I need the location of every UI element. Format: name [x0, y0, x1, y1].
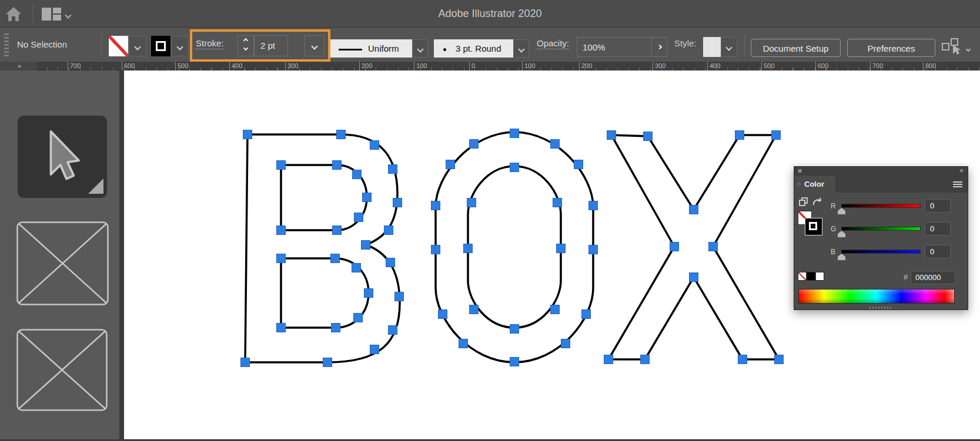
collapse-icon[interactable]: «: [959, 166, 964, 175]
anchor-point[interactable]: [510, 163, 519, 172]
anchor-point[interactable]: [561, 339, 570, 348]
anchor-point[interactable]: [393, 198, 402, 207]
anchor-point[interactable]: [354, 314, 363, 322]
anchor-point[interactable]: [772, 131, 781, 140]
black-swatch[interactable]: [807, 272, 815, 281]
anchor-point[interactable]: [589, 245, 598, 254]
close-icon[interactable]: ✕: [797, 167, 802, 176]
channel-label: B: [831, 243, 835, 261]
anchor-point[interactable]: [389, 165, 397, 174]
blue-slider[interactable]: [841, 250, 921, 254]
anchor-point[interactable]: [641, 355, 650, 364]
illustrator-window: Adobe Illustrator 2020 No Selection Stro…: [0, 0, 980, 441]
anchor-point[interactable]: [243, 130, 252, 139]
anchor-point[interactable]: [510, 358, 519, 366]
anchor-point[interactable]: [362, 241, 370, 250]
anchor-point[interactable]: [557, 244, 566, 253]
anchor-point[interactable]: [470, 305, 479, 314]
anchor-point[interactable]: [432, 201, 440, 210]
panel-menu-icon[interactable]: [953, 181, 962, 187]
anchor-point[interactable]: [644, 132, 653, 141]
anchor-point[interactable]: [553, 198, 562, 207]
none-icon: [798, 272, 806, 280]
stroke-highlight-annotation: [190, 29, 330, 62]
anchor-point[interactable]: [709, 243, 718, 251]
channel-row-red: R 0: [794, 197, 968, 215]
anchor-point[interactable]: [323, 358, 332, 367]
anchor-point[interactable]: [574, 160, 583, 169]
anchor-point[interactable]: [470, 140, 479, 149]
channel-row-blue: B 0: [794, 243, 968, 261]
anchor-point[interactable]: [459, 339, 468, 348]
anchor-point[interactable]: [551, 305, 560, 314]
anchor-point[interactable]: [364, 289, 373, 298]
anchor-point[interactable]: [389, 326, 397, 335]
blue-value-field[interactable]: 0: [925, 245, 951, 258]
anchor-point[interactable]: [432, 245, 440, 254]
anchor-point[interactable]: [384, 226, 393, 235]
anchor-point[interactable]: [439, 310, 447, 319]
anchor-point[interactable]: [370, 345, 379, 354]
color-spectrum-bar[interactable]: [798, 289, 955, 304]
anchor-point[interactable]: [775, 355, 784, 364]
anchor-point[interactable]: [467, 198, 476, 207]
anchor-point[interactable]: [353, 170, 362, 179]
anchor-point[interactable]: [337, 130, 346, 139]
anchor-point[interactable]: [277, 226, 286, 235]
anchor-point[interactable]: [464, 244, 473, 253]
anchor-point[interactable]: [277, 161, 286, 170]
anchor-point[interactable]: [241, 358, 250, 367]
anchor-point[interactable]: [738, 355, 747, 364]
anchor-point[interactable]: [277, 324, 286, 332]
anchor-point[interactable]: [333, 161, 342, 170]
anchor-point[interactable]: [582, 310, 591, 319]
green-slider-thumb[interactable]: [838, 231, 845, 237]
anchor-point[interactable]: [370, 141, 379, 150]
red-slider[interactable]: [841, 204, 921, 208]
anchor-point[interactable]: [354, 213, 363, 222]
anchor-point[interactable]: [277, 254, 286, 263]
anchor-point[interactable]: [510, 129, 519, 138]
channel-label: G: [831, 220, 836, 238]
green-slider[interactable]: [841, 227, 921, 231]
anchor-point[interactable]: [333, 226, 342, 235]
anchor-point[interactable]: [386, 258, 395, 267]
letter-outline-path[interactable]: [608, 135, 779, 359]
hex-value-field[interactable]: 000000: [911, 271, 955, 284]
hex-label: #: [904, 272, 908, 281]
green-value-field[interactable]: 0: [925, 222, 951, 235]
red-value-field[interactable]: 0: [925, 199, 951, 213]
anchor-point[interactable]: [670, 243, 679, 251]
channel-row-green: G 0: [794, 220, 968, 238]
none-swatch[interactable]: [798, 272, 807, 281]
anchor-point[interactable]: [735, 131, 744, 140]
anchor-point[interactable]: [551, 140, 560, 149]
anchor-point[interactable]: [363, 193, 372, 202]
panel-resize-handle[interactable]: [869, 307, 893, 309]
anchor-point[interactable]: [446, 160, 455, 169]
anchor-point[interactable]: [395, 292, 404, 301]
letter-outline-path[interactable]: [468, 166, 561, 328]
panel-header[interactable]: ✕ «: [794, 167, 968, 176]
anchor-point[interactable]: [690, 273, 698, 282]
panel-tab-row: Color ◇: [794, 176, 968, 193]
anchor-point[interactable]: [604, 355, 613, 364]
anchor-point[interactable]: [589, 201, 598, 210]
anchor-point[interactable]: [332, 324, 340, 332]
anchor-point[interactable]: [331, 254, 340, 263]
color-panel: ✕ « Color ◇ R: [794, 166, 968, 310]
anchor-point[interactable]: [607, 131, 616, 140]
channel-label: R: [831, 197, 836, 215]
white-swatch[interactable]: [815, 272, 824, 281]
panel-toggle-icon[interactable]: ◇: [797, 181, 801, 187]
anchor-point[interactable]: [690, 206, 698, 214]
blue-slider-thumb[interactable]: [838, 254, 845, 260]
anchor-point[interactable]: [510, 325, 519, 334]
anchor-point[interactable]: [352, 264, 361, 272]
red-slider-thumb[interactable]: [838, 208, 845, 214]
